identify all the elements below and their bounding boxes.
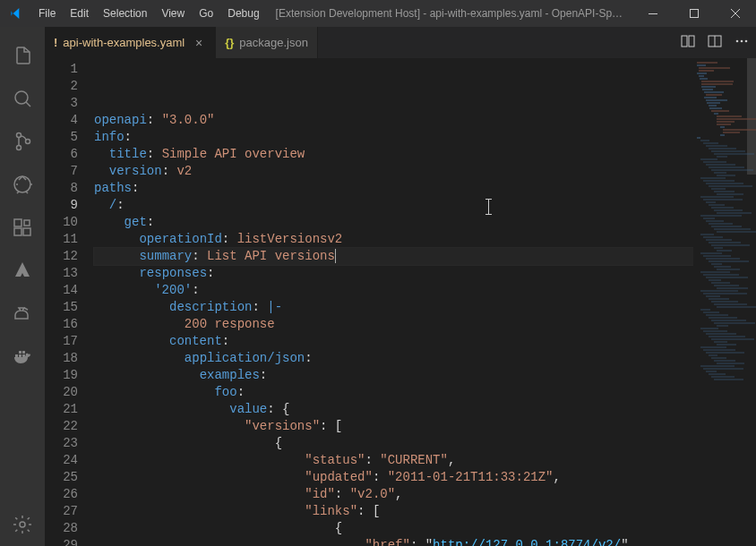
code-content[interactable]: openapi: "3.0.0"info: title: Simple API … — [94, 58, 693, 546]
tab-api-examples[interactable]: ! api-with-examples.yaml × — [45, 27, 216, 58]
menu-debug[interactable]: Debug — [220, 0, 266, 27]
line-number: 11 — [45, 231, 78, 248]
line-number: 5 — [45, 129, 78, 146]
code-line[interactable]: "id": "v2.0", — [94, 486, 693, 503]
svg-rect-14 — [19, 351, 21, 354]
editor-tabs: ! api-with-examples.yaml × {} package.js… — [45, 27, 756, 58]
compare-icon[interactable] — [681, 34, 695, 52]
code-line[interactable]: "updated": "2011-01-21T11:33:21Z", — [94, 469, 693, 486]
line-number: 12 — [45, 248, 78, 265]
window-controls — [632, 0, 756, 27]
split-editor-icon[interactable] — [708, 34, 722, 52]
menu-file[interactable]: File — [31, 0, 63, 27]
code-line[interactable]: 200 response — [94, 316, 693, 333]
line-number: 14 — [45, 282, 78, 299]
svg-rect-7 — [14, 219, 21, 226]
tab-package-json[interactable]: {} package.json — [216, 27, 318, 58]
tab-label: api-with-examples.yaml — [63, 36, 185, 49]
extensions-icon[interactable] — [1, 206, 44, 249]
azure-icon[interactable] — [1, 249, 44, 292]
line-number: 8 — [45, 180, 78, 197]
line-number: 17 — [45, 333, 78, 350]
activity-bar — [0, 27, 45, 546]
svg-point-16 — [20, 522, 25, 527]
tab-close-icon[interactable]: × — [192, 36, 206, 50]
svg-point-22 — [741, 39, 743, 42]
tab-label: package.json — [239, 36, 308, 49]
vscode-logo-icon — [0, 6, 31, 21]
code-line[interactable]: summary: List API versions — [94, 248, 693, 265]
code-line[interactable]: responses: — [94, 265, 693, 282]
code-line[interactable]: info: — [94, 129, 693, 146]
code-line[interactable]: paths: — [94, 180, 693, 197]
close-button[interactable] — [715, 0, 756, 27]
menu-view[interactable]: View — [154, 0, 192, 27]
code-line[interactable]: application/json: — [94, 350, 693, 367]
scrollbar-thumb[interactable] — [747, 58, 756, 175]
menu-edit[interactable]: Edit — [63, 0, 96, 27]
menu-bar: File Edit Selection View Go Debug — [31, 0, 267, 27]
svg-rect-0 — [649, 13, 657, 14]
code-line[interactable]: "versions": [ — [94, 418, 693, 435]
svg-rect-13 — [22, 354, 25, 357]
search-icon[interactable] — [1, 77, 44, 120]
code-line[interactable]: "links": [ — [94, 503, 693, 520]
line-number: 16 — [45, 316, 78, 333]
live-share-icon[interactable] — [1, 292, 44, 335]
docker-icon[interactable] — [1, 335, 44, 378]
menu-go[interactable]: Go — [192, 0, 220, 27]
code-editor[interactable]: 1234567891011121314151617181920212223242… — [45, 58, 756, 546]
debug-icon[interactable] — [1, 163, 44, 206]
modified-indicator-icon: ! — [54, 36, 57, 49]
code-line[interactable]: value: { — [94, 401, 693, 418]
code-line[interactable]: operationId: listVersionsv2 — [94, 231, 693, 248]
line-number: 20 — [45, 384, 78, 401]
svg-point-21 — [736, 39, 739, 42]
code-line[interactable]: title: Simple API overview — [94, 146, 693, 163]
code-line[interactable]: '200': — [94, 282, 693, 299]
line-number: 22 — [45, 418, 78, 435]
svg-point-3 — [17, 133, 21, 138]
menu-selection[interactable]: Selection — [96, 0, 154, 27]
minimap[interactable] — [693, 58, 756, 546]
code-line[interactable]: get: — [94, 214, 693, 231]
line-number: 10 — [45, 214, 78, 231]
code-line[interactable]: /: — [94, 197, 693, 214]
line-number: 1 — [45, 61, 78, 78]
code-line[interactable]: "href": "http://127.0.0.1:8774/v2/", — [94, 537, 693, 546]
code-line[interactable]: foo: — [94, 384, 693, 401]
svg-rect-9 — [23, 228, 30, 235]
titlebar: File Edit Selection View Go Debug [Exten… — [0, 0, 756, 27]
more-actions-icon[interactable] — [735, 34, 749, 52]
code-line[interactable]: examples: — [94, 367, 693, 384]
code-line[interactable]: { — [94, 435, 693, 452]
line-number: 3 — [45, 95, 78, 112]
line-number: 28 — [45, 520, 78, 537]
settings-gear-icon[interactable] — [1, 503, 44, 546]
code-line[interactable]: { — [94, 520, 693, 537]
svg-point-2 — [15, 91, 28, 104]
vertical-scrollbar[interactable] — [747, 58, 756, 546]
line-number: 15 — [45, 299, 78, 316]
line-number: 4 — [45, 112, 78, 129]
code-line[interactable]: openapi: "3.0.0" — [94, 112, 693, 129]
code-line[interactable]: content: — [94, 333, 693, 350]
svg-rect-11 — [15, 354, 18, 357]
source-control-icon[interactable] — [1, 120, 44, 163]
maximize-button[interactable] — [674, 0, 715, 27]
tab-actions — [674, 27, 756, 58]
svg-point-23 — [745, 39, 748, 42]
code-line[interactable]: "status": "CURRENT", — [94, 452, 693, 469]
line-number: 23 — [45, 435, 78, 452]
svg-rect-15 — [22, 351, 25, 354]
explorer-icon[interactable] — [1, 34, 44, 77]
svg-rect-8 — [14, 228, 21, 235]
code-line[interactable]: description: |- — [94, 299, 693, 316]
minimize-button[interactable] — [632, 0, 674, 27]
line-number: 2 — [45, 78, 78, 95]
editor-area: ! api-with-examples.yaml × {} package.js… — [45, 27, 756, 546]
svg-rect-10 — [24, 220, 30, 226]
line-number-gutter: 1234567891011121314151617181920212223242… — [45, 58, 94, 546]
svg-rect-1 — [691, 10, 699, 18]
code-line[interactable]: version: v2 — [94, 163, 693, 180]
